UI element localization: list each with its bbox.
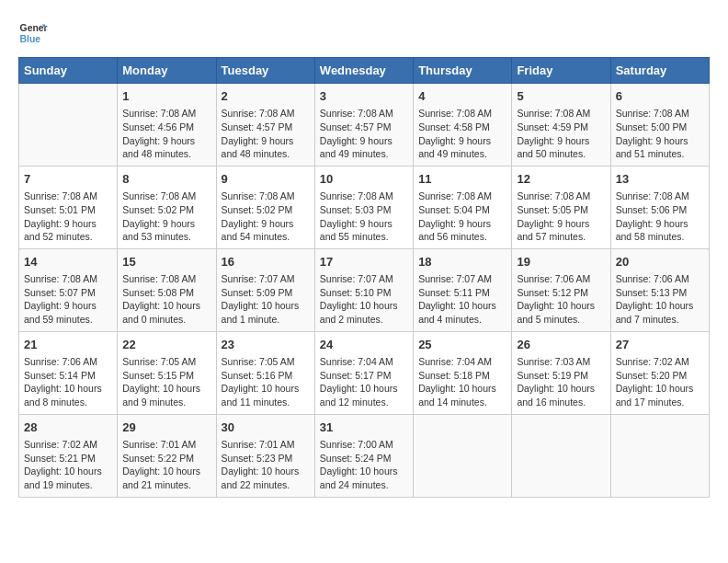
calendar-cell: 30Sunrise: 7:01 AM Sunset: 5:23 PM Dayli… (216, 414, 314, 497)
day-number: 8 (122, 171, 210, 188)
calendar-cell: 10Sunrise: 7:08 AM Sunset: 5:03 PM Dayli… (314, 166, 413, 248)
day-info: Sunrise: 7:08 AM Sunset: 4:56 PM Dayligh… (122, 107, 210, 161)
day-number: 17 (320, 254, 408, 270)
calendar-body: 1Sunrise: 7:08 AM Sunset: 4:56 PM Daylig… (19, 84, 710, 498)
day-info: Sunrise: 7:05 AM Sunset: 5:15 PM Dayligh… (122, 355, 210, 409)
calendar-header-row: SundayMondayTuesdayWednesdayThursdayFrid… (19, 58, 710, 84)
day-info: Sunrise: 7:06 AM Sunset: 5:13 PM Dayligh… (616, 272, 704, 327)
calendar-week-row: 1Sunrise: 7:08 AM Sunset: 4:56 PM Daylig… (19, 84, 710, 167)
day-number: 19 (517, 254, 605, 270)
day-info: Sunrise: 7:04 AM Sunset: 5:17 PM Dayligh… (320, 355, 408, 409)
calendar-cell (414, 414, 512, 497)
day-number: 1 (122, 88, 210, 105)
day-number: 26 (517, 337, 605, 353)
day-info: Sunrise: 7:07 AM Sunset: 5:09 PM Dayligh… (222, 272, 310, 327)
calendar-cell: 18Sunrise: 7:07 AM Sunset: 5:11 PM Dayli… (414, 248, 512, 331)
day-info: Sunrise: 7:08 AM Sunset: 5:04 PM Dayligh… (418, 190, 506, 244)
day-info: Sunrise: 7:06 AM Sunset: 5:14 PM Dayligh… (24, 355, 112, 409)
day-info: Sunrise: 7:01 AM Sunset: 5:22 PM Dayligh… (122, 438, 210, 492)
logo: General Blue (18, 18, 51, 48)
day-number: 30 (222, 419, 310, 436)
day-number: 22 (122, 337, 210, 353)
calendar-cell: 4Sunrise: 7:08 AM Sunset: 4:58 PM Daylig… (414, 84, 512, 167)
calendar-cell: 29Sunrise: 7:01 AM Sunset: 5:22 PM Dayli… (118, 414, 216, 497)
day-info: Sunrise: 7:07 AM Sunset: 5:10 PM Dayligh… (320, 272, 408, 327)
calendar-cell: 16Sunrise: 7:07 AM Sunset: 5:09 PM Dayli… (216, 248, 314, 331)
calendar-cell: 22Sunrise: 7:05 AM Sunset: 5:15 PM Dayli… (118, 331, 216, 414)
day-info: Sunrise: 7:08 AM Sunset: 5:02 PM Dayligh… (222, 190, 310, 244)
day-info: Sunrise: 7:08 AM Sunset: 4:57 PM Dayligh… (222, 107, 310, 161)
day-number: 7 (24, 171, 112, 188)
weekday-header-thursday: Thursday (414, 58, 512, 84)
day-number: 11 (418, 171, 506, 188)
calendar-week-row: 14Sunrise: 7:08 AM Sunset: 5:07 PM Dayli… (19, 248, 710, 331)
day-number: 5 (517, 88, 605, 105)
day-info: Sunrise: 7:02 AM Sunset: 5:21 PM Dayligh… (24, 438, 112, 492)
day-number: 15 (122, 254, 210, 270)
calendar-week-row: 28Sunrise: 7:02 AM Sunset: 5:21 PM Dayli… (19, 414, 710, 497)
day-number: 31 (320, 419, 408, 436)
calendar-cell (512, 414, 610, 497)
calendar-cell: 11Sunrise: 7:08 AM Sunset: 5:04 PM Dayli… (414, 166, 512, 248)
weekday-header-wednesday: Wednesday (314, 58, 413, 84)
day-info: Sunrise: 7:08 AM Sunset: 5:03 PM Dayligh… (320, 190, 408, 244)
day-number: 6 (616, 88, 704, 105)
calendar-cell: 19Sunrise: 7:06 AM Sunset: 5:12 PM Dayli… (512, 248, 610, 331)
calendar-cell: 13Sunrise: 7:08 AM Sunset: 5:06 PM Dayli… (610, 166, 709, 248)
day-number: 27 (616, 337, 704, 353)
calendar-cell: 20Sunrise: 7:06 AM Sunset: 5:13 PM Dayli… (610, 248, 709, 331)
day-number: 20 (616, 254, 704, 270)
day-info: Sunrise: 7:08 AM Sunset: 5:01 PM Dayligh… (24, 190, 112, 244)
calendar-week-row: 7Sunrise: 7:08 AM Sunset: 5:01 PM Daylig… (19, 166, 710, 248)
calendar-cell: 12Sunrise: 7:08 AM Sunset: 5:05 PM Dayli… (512, 166, 610, 248)
calendar-table: SundayMondayTuesdayWednesdayThursdayFrid… (18, 57, 710, 498)
weekday-header-sunday: Sunday (19, 58, 118, 84)
calendar-cell: 26Sunrise: 7:03 AM Sunset: 5:19 PM Dayli… (512, 331, 610, 414)
calendar-cell: 3Sunrise: 7:08 AM Sunset: 4:57 PM Daylig… (314, 84, 413, 167)
day-number: 9 (222, 171, 310, 188)
day-number: 2 (222, 88, 310, 105)
day-info: Sunrise: 7:05 AM Sunset: 5:16 PM Dayligh… (222, 355, 310, 409)
day-number: 13 (616, 171, 704, 188)
day-info: Sunrise: 7:04 AM Sunset: 5:18 PM Dayligh… (418, 355, 506, 409)
day-number: 28 (24, 419, 112, 436)
calendar-cell: 1Sunrise: 7:08 AM Sunset: 4:56 PM Daylig… (118, 84, 216, 167)
day-info: Sunrise: 7:01 AM Sunset: 5:23 PM Dayligh… (222, 438, 310, 492)
weekday-header-saturday: Saturday (610, 58, 709, 84)
calendar-cell: 6Sunrise: 7:08 AM Sunset: 5:00 PM Daylig… (610, 84, 709, 167)
calendar-cell: 15Sunrise: 7:08 AM Sunset: 5:08 PM Dayli… (118, 248, 216, 331)
day-info: Sunrise: 7:00 AM Sunset: 5:24 PM Dayligh… (320, 438, 408, 492)
calendar-cell: 8Sunrise: 7:08 AM Sunset: 5:02 PM Daylig… (118, 166, 216, 248)
day-number: 24 (320, 337, 408, 353)
calendar-cell: 25Sunrise: 7:04 AM Sunset: 5:18 PM Dayli… (414, 331, 512, 414)
day-info: Sunrise: 7:08 AM Sunset: 5:08 PM Dayligh… (122, 272, 210, 327)
calendar-cell: 17Sunrise: 7:07 AM Sunset: 5:10 PM Dayli… (314, 248, 413, 331)
day-number: 21 (24, 337, 112, 353)
day-info: Sunrise: 7:06 AM Sunset: 5:12 PM Dayligh… (517, 272, 605, 327)
day-info: Sunrise: 7:02 AM Sunset: 5:20 PM Dayligh… (616, 355, 704, 409)
day-number: 4 (418, 88, 506, 105)
day-number: 18 (418, 254, 506, 270)
day-info: Sunrise: 7:07 AM Sunset: 5:11 PM Dayligh… (418, 272, 506, 327)
day-info: Sunrise: 7:08 AM Sunset: 4:57 PM Dayligh… (320, 107, 408, 161)
day-number: 14 (24, 254, 112, 270)
calendar-cell: 28Sunrise: 7:02 AM Sunset: 5:21 PM Dayli… (19, 414, 118, 497)
day-number: 23 (222, 337, 310, 353)
svg-text:Blue: Blue (20, 34, 41, 44)
day-number: 12 (517, 171, 605, 188)
calendar-week-row: 21Sunrise: 7:06 AM Sunset: 5:14 PM Dayli… (19, 331, 710, 414)
calendar-cell (610, 414, 709, 497)
day-info: Sunrise: 7:08 AM Sunset: 5:06 PM Dayligh… (616, 190, 704, 244)
calendar-cell: 27Sunrise: 7:02 AM Sunset: 5:20 PM Dayli… (610, 331, 709, 414)
day-info: Sunrise: 7:03 AM Sunset: 5:19 PM Dayligh… (517, 355, 605, 409)
day-number: 10 (320, 171, 408, 188)
weekday-header-monday: Monday (118, 58, 216, 84)
day-info: Sunrise: 7:08 AM Sunset: 5:02 PM Dayligh… (122, 190, 210, 244)
day-info: Sunrise: 7:08 AM Sunset: 5:05 PM Dayligh… (517, 190, 605, 244)
calendar-cell (19, 84, 118, 167)
calendar-cell: 14Sunrise: 7:08 AM Sunset: 5:07 PM Dayli… (19, 248, 118, 331)
calendar-cell: 9Sunrise: 7:08 AM Sunset: 5:02 PM Daylig… (216, 166, 314, 248)
day-info: Sunrise: 7:08 AM Sunset: 4:59 PM Dayligh… (517, 107, 605, 161)
calendar-cell: 2Sunrise: 7:08 AM Sunset: 4:57 PM Daylig… (216, 84, 314, 167)
page-header: General Blue (18, 18, 710, 48)
